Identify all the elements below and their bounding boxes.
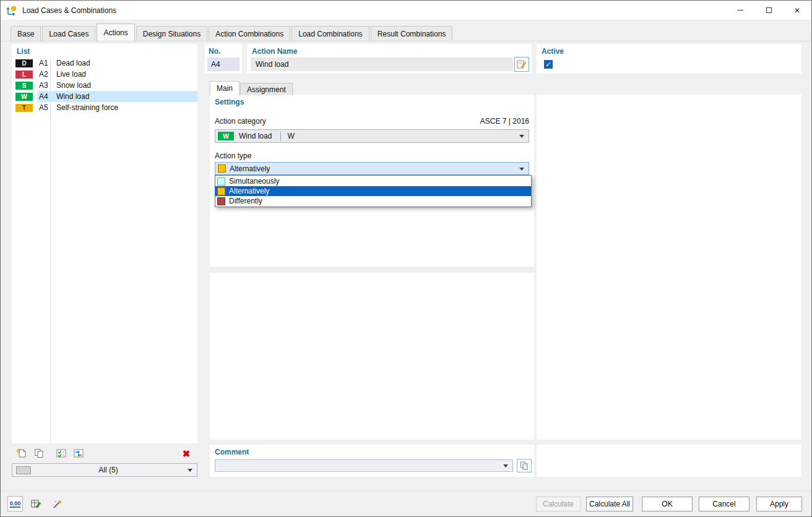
tab-main[interactable]: Main (210, 81, 240, 95)
cancel-button[interactable]: Cancel (699, 497, 749, 511)
main-tab-bar: Base Load Cases Actions Design Situation… (1, 20, 811, 41)
list-item[interactable]: L A2 Live load (12, 69, 197, 80)
maximize-icon (766, 7, 772, 13)
info-panel (537, 95, 801, 440)
option-color-swatch (217, 177, 225, 186)
actions-list-panel: List D A1 Dead load L A2 Live load S (12, 44, 197, 443)
tab-design-situations[interactable]: Design Situations (136, 26, 207, 41)
window-title: Load Cases & Combinations (22, 6, 116, 15)
chevron-down-icon (188, 469, 192, 472)
action-type-label: Action type (215, 152, 251, 160)
wand-icon (52, 498, 63, 510)
filter-value: All (5) (31, 466, 197, 474)
config-wand-button[interactable] (50, 496, 65, 511)
action-id: A5 (39, 103, 51, 112)
action-id: A3 (39, 81, 51, 90)
app-icon (6, 5, 17, 16)
chevron-down-icon (519, 135, 524, 138)
tab-actions[interactable]: Actions (97, 24, 134, 41)
dropdown-option-alternatively[interactable]: Alternatively (215, 186, 531, 196)
action-name-label: Action Name (247, 44, 532, 58)
list-item[interactable]: S A3 Snow load (12, 80, 197, 91)
action-name: Wind load (56, 92, 89, 101)
action-color-badge: T (15, 104, 33, 112)
table-pencil-icon (30, 498, 41, 510)
action-color-badge: L (15, 70, 33, 79)
comment-select[interactable] (215, 459, 513, 472)
action-number-field[interactable]: A4 (207, 58, 240, 71)
comment-copy-button[interactable] (517, 459, 532, 472)
minimize-button[interactable] (726, 1, 754, 20)
list-filter-select[interactable]: All (5) (12, 463, 197, 477)
tab-load-combinations[interactable]: Load Combinations (292, 26, 369, 41)
action-color-badge: W (15, 93, 33, 101)
list-item[interactable]: D A1 Dead load (12, 58, 197, 69)
copy-icon (33, 448, 45, 459)
units-settings-button[interactable]: 0.00 (7, 496, 23, 511)
dropdown-option-simultaneously[interactable]: Simultaneously (215, 176, 531, 186)
ok-button[interactable]: OK (642, 497, 693, 511)
check-icon: ✓ (545, 60, 551, 69)
action-name: Snow load (56, 81, 91, 90)
select-all-button[interactable] (54, 446, 69, 460)
list-item[interactable]: T A5 Self-straining force (12, 102, 197, 113)
footer-separator (1, 490, 811, 491)
filter-color-swatch (16, 466, 31, 474)
load-cases-combinations-dialog: Load Cases & Combinations ✕ Base Load Ca… (0, 0, 812, 517)
action-category-label: Action category (215, 117, 266, 126)
action-name: Self-straining force (56, 103, 118, 112)
copy-comment-icon (519, 461, 529, 471)
comment-panel: Comment (210, 445, 534, 477)
action-name: Live load (56, 70, 86, 79)
chevron-down-icon (519, 168, 524, 171)
actions-list: D A1 Dead load L A2 Live load S A3 Snow … (12, 58, 197, 443)
dropdown-option-differently[interactable]: Differently (215, 196, 531, 206)
action-color-badge: S (15, 82, 33, 90)
delete-icon: ✖ (183, 449, 191, 458)
action-type-dropdown: Simultaneously Alternatively Differently (215, 175, 532, 207)
action-name: Dead load (56, 59, 90, 67)
empty-detail-panel (210, 273, 534, 440)
close-button[interactable]: ✕ (783, 1, 811, 20)
new-sheet-icon (16, 448, 27, 459)
maximize-button[interactable] (754, 1, 783, 20)
copy-action-button[interactable] (32, 446, 46, 460)
table-settings-button[interactable] (28, 496, 43, 511)
action-name-field[interactable]: Wind load (251, 58, 513, 71)
settings-header: Settings (210, 95, 534, 108)
chevron-down-icon (503, 464, 508, 468)
type-color-swatch (218, 164, 226, 173)
action-color-badge: D (15, 59, 33, 67)
no-label: No. (205, 44, 242, 58)
active-checkbox[interactable]: ✓ (544, 60, 553, 69)
info-bottom-panel (537, 445, 801, 477)
option-color-swatch (217, 197, 225, 205)
edit-pencil-icon (517, 59, 527, 69)
list-header: List (12, 44, 197, 58)
title-bar: Load Cases & Combinations ✕ (1, 1, 811, 20)
list-column-separator (50, 58, 51, 443)
tab-base[interactable]: Base (11, 26, 41, 41)
action-category-select[interactable]: W Wind load W (215, 129, 529, 143)
action-name-panel: Action Name Wind load (247, 44, 532, 74)
delete-action-button[interactable]: ✖ (179, 446, 194, 460)
option-color-swatch (217, 187, 225, 195)
action-id: A1 (39, 59, 51, 67)
apply-button[interactable]: Apply (756, 497, 802, 511)
close-icon: ✕ (794, 6, 800, 15)
tab-action-combinations[interactable]: Action Combinations (209, 26, 290, 41)
category-name: Wind load (239, 132, 272, 140)
action-id: A4 (39, 92, 51, 101)
tab-assignment[interactable]: Assignment (240, 83, 293, 95)
tab-result-combinations[interactable]: Result Combinations (371, 26, 453, 41)
standard-label: ASCE 7 | 2016 (480, 117, 529, 126)
checklist-icon (56, 448, 67, 459)
renumber-button[interactable] (71, 446, 86, 460)
action-type-select[interactable]: Alternatively (215, 162, 529, 175)
window-controls: ✕ (726, 1, 811, 20)
list-item-selected[interactable]: W A4 Wind load (12, 91, 197, 102)
tab-load-cases[interactable]: Load Cases (42, 26, 95, 41)
new-action-button[interactable] (14, 446, 29, 460)
edit-action-name-button[interactable] (514, 57, 529, 72)
calculate-all-button[interactable]: Calculate All (586, 497, 633, 511)
